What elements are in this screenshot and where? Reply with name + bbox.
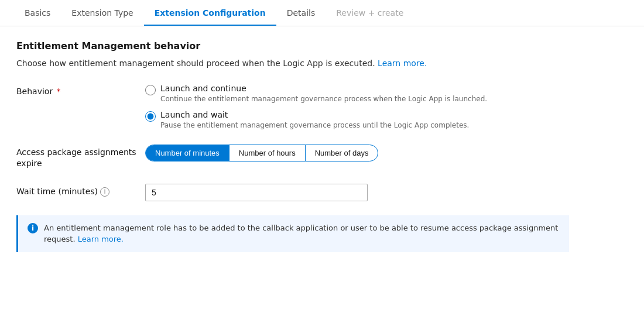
radio-launch-wait[interactable]: Launch and wait Pause the entitlement ma… xyxy=(145,110,569,130)
radio-launch-continue-title: Launch and continue xyxy=(160,84,487,93)
required-marker: * xyxy=(54,87,60,96)
expire-segmented-group: Number of minutes Number of hours Number… xyxy=(145,145,378,161)
description-text: Choose how entitlement management should… xyxy=(16,59,375,68)
wait-time-input[interactable] xyxy=(145,184,368,201)
radio-launch-continue-input[interactable] xyxy=(145,85,156,95)
wait-time-label-inner: Wait time (minutes) i xyxy=(16,186,109,198)
access-expire-control: Number of minutes Number of hours Number… xyxy=(145,145,569,161)
radio-launch-continue[interactable]: Launch and continue Continue the entitle… xyxy=(145,84,569,104)
radio-launch-wait-label: Launch and wait Pause the entitlement ma… xyxy=(160,110,469,130)
wait-time-info-icon[interactable]: i xyxy=(100,187,109,197)
section-title: Entitlement Management behavior xyxy=(16,40,569,51)
wait-time-label: Wait time (minutes) i xyxy=(16,184,145,198)
wait-time-control xyxy=(145,184,569,201)
radio-launch-wait-title: Launch and wait xyxy=(160,110,469,119)
behavior-radio-group: Launch and continue Continue the entitle… xyxy=(145,84,569,130)
tab-extension-configuration[interactable]: Extension Configuration xyxy=(144,0,276,26)
seg-btn-days[interactable]: Number of days xyxy=(306,145,378,161)
radio-launch-wait-desc: Pause the entitlement management governa… xyxy=(160,121,469,130)
info-banner-icon: i xyxy=(28,223,38,233)
behavior-control: Launch and continue Continue the entitle… xyxy=(145,84,569,130)
access-expire-label: Access package assignments expire xyxy=(16,145,145,170)
seg-btn-hours[interactable]: Number of hours xyxy=(229,145,306,161)
info-banner-text: An entitlement management role has to be… xyxy=(44,222,560,245)
info-banner: i An entitlement management role has to … xyxy=(16,215,569,252)
wizard-tabs: Basics Extension Type Extension Configur… xyxy=(0,0,644,26)
tab-extension-type[interactable]: Extension Type xyxy=(61,0,143,26)
tab-review-create: Review + create xyxy=(326,0,414,26)
tab-basics[interactable]: Basics xyxy=(14,0,61,26)
description-learn-more-link[interactable]: Learn more. xyxy=(378,59,427,68)
behavior-label: Behavior * xyxy=(16,84,145,98)
behavior-row: Behavior * Launch and continue Continue … xyxy=(16,84,569,130)
radio-launch-wait-input[interactable] xyxy=(145,111,156,122)
access-expire-row: Access package assignments expire Number… xyxy=(16,145,569,170)
wait-time-row: Wait time (minutes) i xyxy=(16,184,569,201)
radio-launch-continue-label: Launch and continue Continue the entitle… xyxy=(160,84,487,104)
tab-details[interactable]: Details xyxy=(276,0,326,26)
seg-btn-minutes[interactable]: Number of minutes xyxy=(146,145,229,161)
section-description: Choose how entitlement management should… xyxy=(16,57,569,70)
info-banner-learn-more-link[interactable]: Learn more. xyxy=(78,235,124,243)
radio-launch-continue-desc: Continue the entitlement management gove… xyxy=(160,94,487,104)
main-content: Entitlement Management behavior Choose h… xyxy=(0,26,585,266)
